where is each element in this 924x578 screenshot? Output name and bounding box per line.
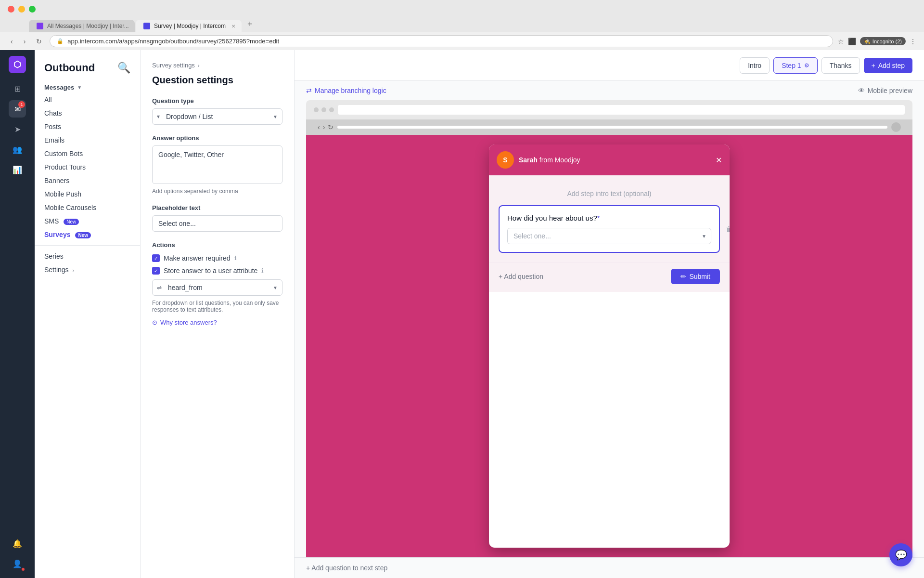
sidebar-icon-reports[interactable]: 📊	[9, 161, 26, 178]
nav-item-mobile-carousels[interactable]: Mobile Carousels	[35, 201, 140, 214]
sidebar-icon-avatar[interactable]: 👤	[9, 555, 26, 572]
breadcrumb-label: Survey settings	[152, 62, 195, 69]
attr-icon: ⇌	[157, 284, 162, 291]
question-type-select-wrapper: ▾ Dropdown / List ▼	[152, 108, 282, 125]
store-answer-info-icon[interactable]: ℹ	[261, 267, 264, 274]
preview-nav-arrows: ‹ › ↻	[318, 123, 334, 131]
placeholder-text-label: Placeholder text	[152, 204, 282, 211]
actions-section: Actions ✓ Make answer required ℹ ✓ Store…	[152, 241, 282, 326]
widget-intro: Add step intro text (optional)	[499, 185, 720, 205]
make-required-info-icon[interactable]: ℹ	[234, 255, 237, 262]
address-bar[interactable]: 🔒 app.intercom.com/a/apps/nnsgmgob/outbo…	[50, 35, 833, 47]
widget-close-icon[interactable]: ✕	[716, 156, 722, 165]
tab-favicon-1	[37, 23, 43, 29]
attribute-select[interactable]: heard_from	[152, 279, 282, 296]
add-question-button[interactable]: + Add question	[499, 273, 543, 280]
reload-button[interactable]: ↻	[33, 37, 45, 46]
new-tab-button[interactable]: +	[243, 16, 257, 32]
nav-item-surveys[interactable]: Surveys New	[35, 228, 140, 241]
traffic-yellow[interactable]	[18, 6, 25, 13]
nav-search-icon[interactable]: 🔍	[117, 62, 130, 74]
sidebar-icon-messages[interactable]: ✉ 1	[9, 100, 26, 118]
nav-item-series[interactable]: Series	[35, 250, 140, 263]
mobile-preview-icon: 👁	[858, 87, 865, 94]
sender-company-text: from Moodjoy	[539, 156, 580, 164]
chat-widget[interactable]: 💬	[889, 543, 912, 566]
submit-label: Submit	[689, 273, 710, 280]
mobile-preview-label: Mobile preview	[868, 87, 912, 94]
question-type-chevron-icon: ▼	[273, 114, 278, 119]
browser-tab-1[interactable]: All Messages | Moodjoy | Inter... ✕	[29, 20, 135, 32]
store-answer-checkbox[interactable]: ✓	[152, 267, 160, 275]
preview-dot-3	[329, 107, 334, 112]
sidebar-icon-home[interactable]: ⊞	[9, 80, 26, 97]
nav-item-emails[interactable]: Emails	[35, 133, 140, 147]
step1-button[interactable]: Step 1 ⚙	[773, 57, 817, 74]
preview-refresh-icon[interactable]: ↻	[328, 123, 334, 131]
forward-button[interactable]: ›	[21, 37, 29, 46]
incognito-badge: 🕵 Incognito (2)	[860, 37, 906, 45]
add-step-icon: +	[872, 62, 875, 69]
preview-browser-bar	[306, 100, 912, 119]
nav-item-product-tours[interactable]: Product Tours	[35, 160, 140, 174]
nav-item-mobile-push[interactable]: Mobile Push	[35, 187, 140, 201]
widget-answer-select[interactable]: Select one...	[507, 228, 711, 244]
sidebar-icon-send[interactable]: ➤	[9, 120, 26, 138]
settings-panel: Survey settings › Question settings Ques…	[141, 50, 295, 578]
add-step-button[interactable]: + Add step	[864, 58, 912, 73]
placeholder-text-input[interactable]	[152, 215, 282, 232]
bookmark-icon[interactable]: ☆	[838, 38, 844, 45]
nav-item-settings[interactable]: Settings ›	[35, 263, 140, 276]
tab-label-2: Survey | Moodjoy | Intercom	[154, 23, 226, 29]
thanks-button[interactable]: Thanks	[821, 57, 860, 74]
app: ⬡ ⊞ ✉ 1 ➤ 👥 📊 🔔 👤 Out	[0, 50, 924, 578]
widget-footer: + Add question ✏ Submit	[489, 263, 730, 292]
preview-dot-1	[314, 107, 319, 112]
preview-back-icon[interactable]: ‹	[318, 123, 320, 131]
intro-step-button[interactable]: Intro	[740, 57, 770, 74]
branching-logic-link[interactable]: ⇄ Manage branching logic	[306, 87, 386, 94]
preview-forward-icon[interactable]: ›	[323, 123, 325, 131]
nav-item-custom-bots[interactable]: Custom Bots	[35, 147, 140, 160]
menu-icon[interactable]: ⋮	[910, 38, 916, 45]
make-required-checkbox[interactable]: ✓	[152, 254, 160, 262]
branching-label: Manage branching logic	[315, 87, 386, 94]
question-delete-icon[interactable]: 🗑	[726, 225, 730, 234]
incognito-label: Incognito (2)	[873, 39, 902, 44]
answer-options-textarea[interactable]: Google, Twitter, Other	[152, 145, 282, 184]
actions-title: Actions	[152, 241, 282, 249]
mobile-preview-link[interactable]: 👁 Mobile preview	[858, 87, 912, 94]
messages-chevron-icon: ▼	[77, 85, 82, 90]
nav-section-messages[interactable]: Messages ▼	[35, 82, 140, 93]
nav-item-posts[interactable]: Posts	[35, 120, 140, 133]
nav-item-all[interactable]: All	[35, 93, 140, 106]
survey-container: S Sarah from Moodjoy ✕ Add step intro te…	[306, 135, 912, 557]
back-button[interactable]: ‹	[8, 37, 16, 46]
dropdown-type-icon: ▾	[157, 113, 160, 120]
browser-tab-2[interactable]: Survey | Moodjoy | Intercom ✕	[136, 20, 242, 32]
reports-icon: 📊	[13, 165, 22, 174]
nav-item-chats[interactable]: Chats	[35, 106, 140, 120]
sidebar-icon-contacts[interactable]: 👥	[9, 141, 26, 158]
question-text-label: How did you hear about us?	[507, 214, 597, 222]
extensions-icon[interactable]: ⬛	[848, 38, 856, 45]
sidebar-icon-notifications[interactable]: 🔔	[9, 535, 26, 552]
app-logo[interactable]: ⬡	[9, 56, 26, 73]
question-type-label: Question type	[152, 97, 282, 105]
traffic-red[interactable]	[8, 6, 14, 13]
traffic-green[interactable]	[29, 6, 36, 13]
lock-icon: 🔒	[57, 38, 64, 44]
add-question-next-button[interactable]: + Add question to next step	[306, 564, 387, 572]
nav-divider	[35, 245, 140, 246]
step-buttons: Intro Step 1 ⚙ Thanks + Add step	[740, 57, 912, 74]
nav-settings-label: Settings	[44, 266, 69, 274]
nav-item-sms[interactable]: SMS New	[35, 214, 140, 228]
nav-item-banners[interactable]: Banners	[35, 174, 140, 187]
widget-select-chevron-icon: ▼	[702, 234, 706, 239]
tab-close-2[interactable]: ✕	[231, 24, 235, 29]
submit-button[interactable]: ✏ Submit	[671, 269, 720, 284]
breadcrumb[interactable]: Survey settings ›	[152, 62, 282, 69]
question-type-select[interactable]: Dropdown / List	[152, 108, 282, 125]
breadcrumb-arrow-icon: ›	[198, 63, 200, 68]
why-store-answers-link[interactable]: ⊙ Why store answers?	[152, 319, 282, 326]
